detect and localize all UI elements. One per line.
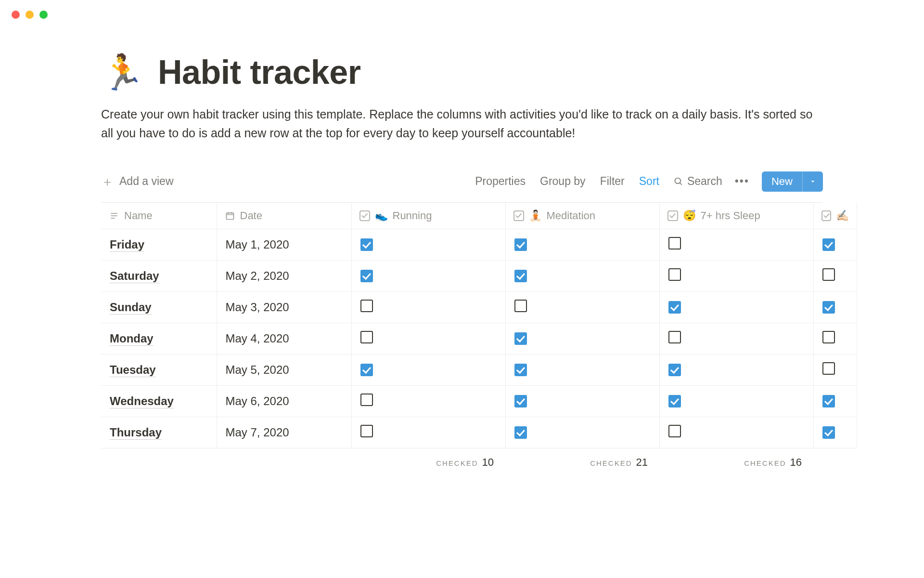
search-button[interactable]: Search (674, 175, 722, 188)
checkbox[interactable] (514, 426, 527, 439)
cell-meditation[interactable] (505, 354, 659, 385)
cell-writing[interactable] (813, 417, 857, 448)
cell-running[interactable] (351, 385, 505, 417)
cell-sleep[interactable] (659, 260, 813, 291)
add-view-button[interactable]: ＋ Add a view (101, 175, 174, 188)
cell-sleep[interactable] (659, 323, 813, 354)
checkbox[interactable] (822, 268, 835, 281)
cell-meditation[interactable] (505, 291, 659, 323)
properties-button[interactable]: Properties (475, 175, 526, 188)
checkbox[interactable] (668, 364, 681, 376)
cell-sleep[interactable] (659, 385, 813, 417)
column-header-writing[interactable]: ✍🏻 (813, 203, 857, 229)
group-by-button[interactable]: Group by (540, 175, 586, 188)
cell-date[interactable]: May 6, 2020 (217, 385, 351, 417)
cell-name[interactable]: Tuesday (101, 354, 217, 385)
table-row[interactable]: FridayMay 1, 2020 (101, 229, 857, 260)
cell-name[interactable]: Thursday (101, 417, 217, 448)
checkbox[interactable] (822, 238, 835, 251)
new-button[interactable]: New (762, 171, 802, 192)
cell-writing[interactable] (813, 385, 857, 417)
cell-writing[interactable] (813, 323, 857, 354)
checkbox[interactable] (668, 301, 681, 314)
cell-name[interactable]: Monday (101, 323, 217, 354)
cell-meditation[interactable] (505, 385, 659, 417)
checkbox[interactable] (360, 425, 373, 437)
cell-date[interactable]: May 1, 2020 (217, 229, 351, 260)
checkbox[interactable] (514, 300, 527, 312)
minimize-window-dot[interactable] (26, 11, 34, 19)
cell-date[interactable]: May 4, 2020 (217, 323, 351, 354)
table-row[interactable]: SundayMay 3, 2020 (101, 291, 857, 323)
cell-running[interactable] (351, 229, 505, 260)
column-header-running[interactable]: 👟 Running (351, 203, 505, 229)
checkbox[interactable] (514, 364, 527, 376)
sort-button[interactable]: Sort (639, 175, 659, 188)
date-property-icon (225, 210, 235, 221)
checkbox[interactable] (360, 331, 373, 343)
page-title[interactable]: Habit tracker (158, 53, 360, 92)
cell-running[interactable] (351, 417, 505, 448)
table-row[interactable]: MondayMay 4, 2020 (101, 323, 857, 354)
cell-meditation[interactable] (505, 229, 659, 260)
checkbox[interactable] (822, 426, 835, 439)
checkbox[interactable] (360, 364, 373, 376)
cell-writing[interactable] (813, 354, 857, 385)
new-dropdown-button[interactable] (802, 171, 823, 192)
cell-name[interactable]: Wednesday (101, 385, 217, 417)
checkbox[interactable] (360, 300, 373, 312)
cell-running[interactable] (351, 323, 505, 354)
cell-meditation[interactable] (505, 417, 659, 448)
cell-sleep[interactable] (659, 229, 813, 260)
cell-sleep[interactable] (659, 354, 813, 385)
cell-running[interactable] (351, 260, 505, 291)
checkbox[interactable] (360, 394, 373, 406)
cell-meditation[interactable] (505, 323, 659, 354)
cell-date[interactable]: May 3, 2020 (217, 291, 351, 323)
checkbox[interactable] (360, 238, 373, 251)
checkbox[interactable] (360, 270, 373, 282)
cell-name[interactable]: Friday (101, 229, 217, 260)
column-header-date[interactable]: Date (217, 203, 351, 229)
cell-meditation[interactable] (505, 260, 659, 291)
table-row[interactable]: ThursdayMay 7, 2020 (101, 417, 857, 448)
close-window-dot[interactable] (12, 11, 20, 19)
filter-button[interactable]: Filter (600, 175, 625, 188)
checkbox[interactable] (822, 301, 835, 314)
column-header-sleep[interactable]: 😴 7+ hrs Sleep (659, 203, 813, 229)
checkbox[interactable] (514, 395, 527, 407)
checkbox[interactable] (668, 395, 681, 407)
zoom-window-dot[interactable] (39, 11, 48, 19)
cell-sleep[interactable] (659, 417, 813, 448)
column-header-meditation[interactable]: 🧘🏻 Meditation (505, 203, 659, 229)
checkbox[interactable] (514, 332, 527, 345)
cell-date[interactable]: May 5, 2020 (217, 354, 351, 385)
page-title-row: 🏃 Habit tracker (101, 53, 823, 92)
checkbox[interactable] (668, 425, 681, 437)
checkbox[interactable] (822, 362, 835, 375)
cell-writing[interactable] (813, 229, 857, 260)
cell-running[interactable] (351, 291, 505, 323)
table-row[interactable]: WednesdayMay 6, 2020 (101, 385, 857, 417)
table-row[interactable]: SaturdayMay 2, 2020 (101, 260, 857, 291)
checkbox[interactable] (822, 331, 835, 343)
cell-writing[interactable] (813, 260, 857, 291)
more-options-button[interactable]: ••• (735, 175, 749, 188)
checkbox[interactable] (514, 238, 527, 251)
page-icon[interactable]: 🏃 (101, 55, 144, 90)
page-description[interactable]: Create your own habit tracker using this… (101, 105, 823, 143)
cell-writing[interactable] (813, 291, 857, 323)
cell-date[interactable]: May 7, 2020 (217, 417, 351, 448)
cell-name[interactable]: Saturday (101, 260, 217, 291)
cell-running[interactable] (351, 354, 505, 385)
checkbox[interactable] (668, 237, 681, 250)
column-header-name[interactable]: Name (101, 203, 217, 229)
cell-name[interactable]: Sunday (101, 291, 217, 323)
checkbox[interactable] (668, 268, 681, 281)
cell-sleep[interactable] (659, 291, 813, 323)
checkbox[interactable] (822, 395, 835, 407)
cell-date[interactable]: May 2, 2020 (217, 260, 351, 291)
checkbox[interactable] (668, 331, 681, 343)
checkbox[interactable] (514, 270, 527, 282)
table-row[interactable]: TuesdayMay 5, 2020 (101, 354, 857, 385)
